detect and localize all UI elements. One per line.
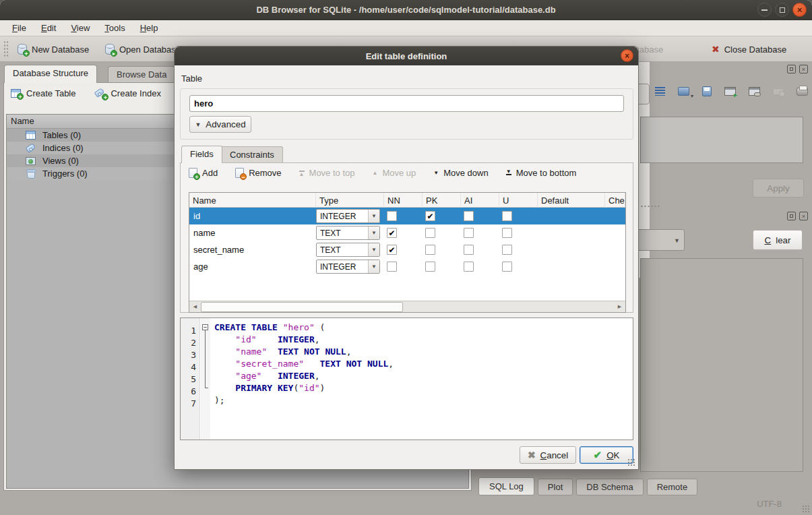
toolbar-grip[interactable]	[3, 40, 8, 58]
menu-item-help[interactable]: Help	[133, 22, 165, 34]
field-row-name[interactable]: nameTEXT▼✔	[189, 224, 625, 241]
line-number: 5	[181, 373, 196, 386]
dock-close-icon[interactable]: ×	[799, 65, 808, 73]
menu-item-file[interactable]: File	[5, 22, 33, 34]
menu-item-edit[interactable]: Edit	[34, 22, 63, 34]
create-table-button[interactable]: + Create Table	[11, 88, 75, 98]
open-database-icon: ▸	[105, 44, 115, 55]
tab-database-structure[interactable]: Database Structure	[4, 65, 97, 83]
column-header-check[interactable]: Check	[605, 193, 625, 208]
ok-button[interactable]: ✔ OK	[580, 446, 633, 464]
type-combobox[interactable]: TEXT▼	[316, 226, 380, 240]
field-name-cell[interactable]: name	[189, 228, 316, 238]
sql-line: "secret_name" TEXT NOT NULL,	[214, 358, 633, 370]
table-name-input[interactable]	[189, 95, 624, 112]
nn-checkbox[interactable]: ✔	[387, 228, 397, 238]
sql-preview[interactable]: 1234567 CREATE TABLE "hero" ( "id" INTEG…	[180, 317, 633, 440]
column-header-u[interactable]: U	[499, 193, 538, 208]
dialog-close-icon[interactable]: ×	[621, 49, 633, 62]
remove-button[interactable]: −Remove	[235, 168, 281, 178]
add-button[interactable]: +Add	[189, 168, 218, 178]
close-database-button[interactable]: ✖ Close Database	[706, 40, 792, 59]
cell-editor-area[interactable]	[640, 117, 803, 163]
field-name-cell[interactable]: id	[189, 211, 316, 221]
column-header-pk[interactable]: PK	[423, 193, 461, 208]
scroll-left-icon[interactable]: ◀	[189, 301, 201, 312]
tab-constraints[interactable]: Constraints	[221, 146, 283, 163]
log-area[interactable]	[640, 258, 803, 472]
window-title: DB Browser for SQLite - /home/user/code/…	[256, 5, 555, 15]
field-toolbar-label: Add	[202, 168, 218, 178]
print-icon[interactable]	[797, 88, 808, 96]
minimize-icon[interactable]	[757, 3, 772, 17]
column-header-name[interactable]: Name	[189, 193, 316, 208]
field-row-id[interactable]: idINTEGER▼✔	[189, 208, 625, 224]
bottom-tab-remote[interactable]: Remote	[647, 479, 698, 495]
dock-float-icon[interactable]	[787, 65, 796, 73]
field-row-age[interactable]: ageINTEGER▼	[189, 258, 625, 275]
field-row-secret_name[interactable]: secret_nameTEXT▼✔	[189, 241, 625, 258]
move-down-button[interactable]: ▼Move down	[433, 168, 488, 178]
type-combobox[interactable]: INTEGER▼	[316, 260, 380, 274]
word-wrap-icon[interactable]	[655, 87, 665, 96]
bottom-tab-db-schema[interactable]: DB Schema	[576, 479, 643, 495]
bottom-tab-sql-log[interactable]: SQL Log	[478, 477, 534, 495]
ai-checkbox[interactable]	[464, 262, 474, 272]
field-name-cell[interactable]: age	[189, 262, 316, 272]
clear-button[interactable]: Clear	[753, 230, 803, 250]
tab-browse-data[interactable]: Browse Data	[108, 66, 175, 83]
nn-checkbox[interactable]	[387, 262, 397, 272]
menu-item-tools[interactable]: Tools	[98, 22, 131, 34]
dock-close-icon[interactable]: ×	[799, 212, 808, 220]
scrollbar-thumb[interactable]	[201, 302, 403, 312]
export-window-icon[interactable]	[724, 87, 736, 96]
column-header-ai[interactable]: AI	[461, 193, 499, 208]
dialog-resize-grip[interactable]	[627, 458, 635, 466]
dock-float-icon[interactable]	[787, 212, 796, 220]
link-window-icon[interactable]	[749, 87, 760, 96]
advanced-button[interactable]: ▼ Advanced	[189, 116, 251, 133]
pk-checkbox[interactable]: ✔	[425, 211, 435, 221]
dialog-titlebar[interactable]: Edit table definition ×	[175, 47, 638, 65]
window-resize-grip[interactable]	[802, 505, 810, 513]
nn-checkbox[interactable]	[387, 211, 397, 221]
ai-checkbox[interactable]	[464, 228, 474, 238]
u-checkbox[interactable]	[502, 228, 512, 238]
close-icon[interactable]: ×	[792, 3, 807, 17]
fold-marker-icon[interactable]: −	[202, 324, 208, 330]
u-checkbox[interactable]	[502, 211, 512, 221]
cancel-button[interactable]: ✖ Cancel	[520, 446, 576, 464]
pk-checkbox[interactable]	[425, 245, 435, 255]
new-database-icon: +	[18, 44, 27, 55]
scroll-right-icon[interactable]: ▶	[614, 301, 625, 312]
create-index-button[interactable]: + Create Index	[94, 88, 160, 98]
pk-checkbox[interactable]	[425, 228, 435, 238]
pk-checkbox[interactable]	[425, 262, 435, 272]
column-header-type[interactable]: Type	[316, 193, 384, 208]
field-name-cell[interactable]: secret_name	[189, 245, 316, 255]
import-icon[interactable]	[678, 87, 689, 96]
ai-checkbox[interactable]	[464, 245, 474, 255]
type-combobox[interactable]: INTEGER▼	[316, 209, 380, 223]
save-icon[interactable]	[702, 86, 712, 96]
column-header-default[interactable]: Default	[538, 193, 605, 208]
open-database-button[interactable]: ▸ Open Database	[100, 40, 186, 59]
nn-checkbox[interactable]: ✔	[387, 245, 397, 255]
field-type-cell: INTEGER▼	[316, 260, 384, 274]
set-null-icon[interactable]	[773, 88, 784, 95]
u-checkbox[interactable]	[502, 262, 512, 272]
menu-item-view[interactable]: View	[64, 22, 96, 34]
ai-checkbox[interactable]	[464, 211, 474, 221]
new-database-button[interactable]: + New Database	[12, 40, 94, 59]
horizontal-scrollbar[interactable]: ◀ ▶	[189, 301, 625, 312]
ok-check-icon: ✔	[594, 449, 602, 461]
dock-splitter[interactable]	[640, 205, 660, 208]
column-header-nn[interactable]: NN	[384, 193, 423, 208]
maximize-icon[interactable]	[775, 3, 789, 17]
window-titlebar[interactable]: DB Browser for SQLite - /home/user/code/…	[0, 0, 812, 20]
bottom-tab-plot[interactable]: Plot	[538, 479, 573, 495]
u-checkbox[interactable]	[502, 245, 512, 255]
tab-fields[interactable]: Fields	[181, 146, 222, 163]
move-to-bottom-button[interactable]: ▼Move to bottom	[506, 168, 577, 178]
type-combobox[interactable]: TEXT▼	[316, 243, 380, 257]
